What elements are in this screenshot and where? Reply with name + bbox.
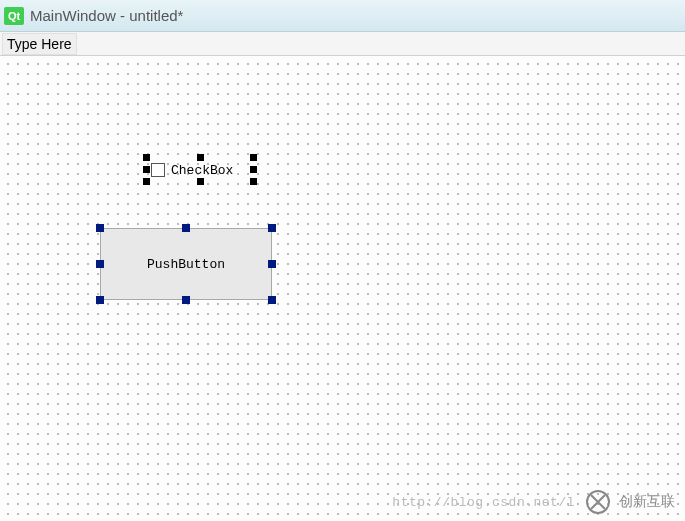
resize-handle-se[interactable] [250, 178, 257, 185]
window-title: MainWindow - untitled* [30, 7, 183, 24]
checkbox-label: CheckBox [171, 163, 233, 178]
menu-type-here[interactable]: Type Here [2, 33, 77, 55]
logo-icon [585, 489, 615, 515]
resize-handle-s[interactable] [197, 178, 204, 185]
pushbutton-widget[interactable]: PushButton [100, 228, 272, 300]
watermark-brand: 创新互联 [619, 493, 675, 511]
resize-handle-e[interactable] [250, 166, 257, 173]
resize-handle-sw[interactable] [143, 178, 150, 185]
resize-handle-sw[interactable] [96, 296, 104, 304]
resize-handle-se[interactable] [268, 296, 276, 304]
resize-handle-ne[interactable] [250, 154, 257, 161]
watermark: http://blog.csdn.net/l 创新互联 [392, 489, 675, 515]
form-canvas[interactable]: CheckBox PushButton http://blog.csdn.net… [0, 56, 685, 521]
watermark-logo: 创新互联 [585, 489, 675, 515]
qt-icon: Qt [4, 7, 24, 25]
pushbutton-label: PushButton [147, 257, 225, 272]
title-bar: Qt MainWindow - untitled* [0, 0, 685, 32]
resize-handle-nw[interactable] [96, 224, 104, 232]
checkbox-input-icon[interactable] [151, 163, 165, 177]
resize-handle-nw[interactable] [143, 154, 150, 161]
resize-handle-ne[interactable] [268, 224, 276, 232]
resize-handle-e[interactable] [268, 260, 276, 268]
resize-handle-w[interactable] [143, 166, 150, 173]
resize-handle-n[interactable] [182, 224, 190, 232]
watermark-url: http://blog.csdn.net/l [392, 495, 575, 510]
menu-bar[interactable]: Type Here [0, 32, 685, 56]
resize-handle-w[interactable] [96, 260, 104, 268]
resize-handle-n[interactable] [197, 154, 204, 161]
resize-handle-s[interactable] [182, 296, 190, 304]
